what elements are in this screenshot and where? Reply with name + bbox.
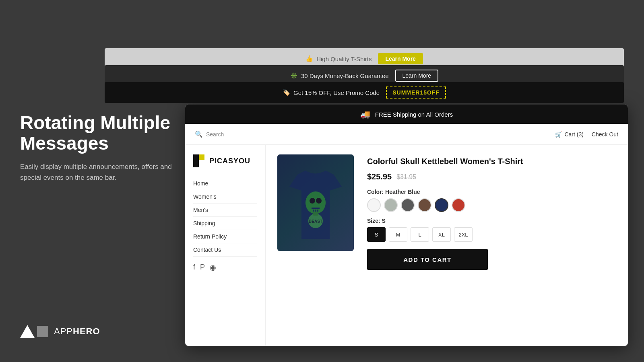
svg-point-4 [316, 198, 322, 204]
apphero-brand: APPHERO [20, 325, 100, 338]
svg-rect-8 [317, 210, 318, 212]
size-section: Size: S S M L XL 2XL [367, 218, 618, 242]
bar3-icon: 🏷️ [283, 89, 290, 96]
free-shipping-text: FREE Shipping on All Orders [375, 111, 453, 118]
pinterest-icon[interactable]: P [200, 263, 205, 272]
search-input-label[interactable]: Search [206, 131, 224, 138]
size-m-button[interactable]: M [389, 227, 407, 242]
nav-home[interactable]: Home [193, 177, 257, 190]
size-buttons: S M L XL 2XL [367, 227, 618, 242]
nav-mens[interactable]: Men's [193, 204, 257, 217]
apphero-text: APPHERO [54, 326, 100, 337]
svg-rect-1 [199, 154, 204, 160]
shop-body: PICASYOU Home Women's Men's Shipping Ret… [185, 145, 628, 346]
color-swatch-brown[interactable] [418, 198, 431, 212]
facebook-icon[interactable]: f [193, 263, 195, 272]
nav-return-policy[interactable]: Return Policy [193, 230, 257, 243]
truck-icon: 🚚 [360, 109, 370, 119]
bar3-text: 🏷️ Get 15% OFF, Use Promo Code [283, 89, 380, 96]
product-tshirt-svg: BEAST [289, 162, 342, 243]
free-shipping-bar: 🚚 FREE Shipping on All Orders [185, 105, 628, 124]
bar2-text: ✳️ 30 Days Money-Back Guarantee [290, 72, 389, 79]
size-selected-value: S [382, 218, 386, 224]
product-image-container: BEAST [275, 154, 356, 336]
add-to-cart-button[interactable]: ADD TO CART [367, 249, 488, 270]
product-image: BEAST [277, 154, 354, 251]
svg-rect-5 [312, 208, 320, 209]
product-area: BEAST Colorful Skull Kettlebell Women's … [266, 145, 628, 346]
checkout-link[interactable]: Check Out [592, 131, 618, 138]
svg-rect-10 [313, 212, 318, 216]
header-right: 🛒 Cart (3) Check Out [555, 131, 618, 138]
bar1-message: High Quality T-Shirts [316, 56, 372, 62]
cart-label: Cart (3) [564, 131, 583, 138]
shop-window: 🚚 FREE Shipping on All Orders 🔍 Search 🛒… [185, 105, 628, 346]
size-2xl-button[interactable]: 2XL [454, 227, 473, 242]
size-label: Size: S [367, 218, 618, 224]
size-s-button[interactable]: S [367, 227, 386, 242]
cart-icon: 🛒 [555, 131, 562, 138]
promo-code-box[interactable]: SUMMER15OFF [386, 86, 446, 99]
shop-logo: PICASYOU [193, 154, 257, 167]
logo-triangle-icon [20, 325, 35, 338]
svg-point-3 [310, 198, 315, 204]
left-panel: Rotating Multiple Messages Easily displa… [20, 113, 181, 183]
bar1-learn-more-button[interactable]: Learn More [378, 53, 423, 64]
shop-logo-name: PICASYOU [209, 157, 250, 165]
price-original: $31.95 [396, 173, 416, 181]
bar2-icon: ✳️ [290, 72, 298, 79]
color-swatch-dark-gray[interactable] [401, 198, 415, 212]
color-swatch-red[interactable] [452, 198, 465, 212]
size-xl-button[interactable]: XL [432, 227, 451, 242]
shop-header: 🔍 Search 🛒 Cart (3) Check Out [185, 124, 628, 145]
picasyou-logo-icon [193, 154, 206, 167]
svg-rect-0 [193, 154, 199, 167]
color-label: Color: Heather Blue [367, 189, 618, 195]
color-selected-name: Heather Blue [385, 189, 420, 195]
shop-nav: Home Women's Men's Shipping Return Polic… [193, 177, 257, 257]
apphero-logo [20, 325, 48, 338]
bar1-text: 👍 High Quality T-Shirts [305, 55, 372, 62]
size-l-button[interactable]: L [411, 227, 429, 242]
color-label-text: Color: [367, 189, 385, 195]
color-section: Color: Heather Blue [367, 189, 618, 212]
size-label-text: Size: [367, 218, 382, 224]
svg-text:BEAST: BEAST [309, 219, 322, 224]
bar3-message: Get 15% OFF, Use Promo Code [293, 89, 380, 96]
svg-rect-7 [315, 210, 316, 212]
color-swatch-white[interactable] [367, 198, 381, 212]
social-icons: f P ◉ [193, 263, 257, 272]
nav-contact-us[interactable]: Contact Us [193, 243, 257, 257]
color-swatches [367, 198, 618, 212]
color-swatch-navy[interactable] [435, 198, 448, 212]
apphero-name-part2: HERO [73, 326, 100, 336]
instagram-icon[interactable]: ◉ [210, 263, 216, 272]
price-row: $25.95 $31.95 [367, 172, 618, 181]
search-icon: 🔍 [195, 130, 203, 138]
bar2-learn-more-button[interactable]: Learn More [395, 70, 439, 82]
color-swatch-light-gray[interactable] [384, 198, 398, 212]
bar1-icon: 👍 [305, 55, 313, 62]
nav-womens[interactable]: Women's [193, 190, 257, 204]
product-details: Colorful Skull Kettlebell Women's T-Shir… [367, 154, 618, 336]
svg-rect-6 [313, 210, 314, 212]
bar2-message: 30 Days Money-Back Guarantee [301, 72, 389, 79]
product-title: Colorful Skull Kettlebell Women's T-Shir… [367, 156, 618, 167]
shop-sidebar: PICASYOU Home Women's Men's Shipping Ret… [185, 145, 266, 346]
price-current: $25.95 [367, 172, 392, 181]
logo-square-icon [37, 326, 48, 337]
nav-shipping[interactable]: Shipping [193, 217, 257, 230]
announcement-bar-3: 🏷️ Get 15% OFF, Use Promo Code SUMMER15O… [105, 82, 624, 103]
cart-area[interactable]: 🛒 Cart (3) [555, 131, 583, 138]
main-description: Easily display multiple announcements, o… [20, 161, 181, 183]
apphero-name-part1: APP [54, 326, 73, 336]
search-area[interactable]: 🔍 Search [195, 130, 224, 138]
main-heading: Rotating Multiple Messages [20, 113, 181, 153]
